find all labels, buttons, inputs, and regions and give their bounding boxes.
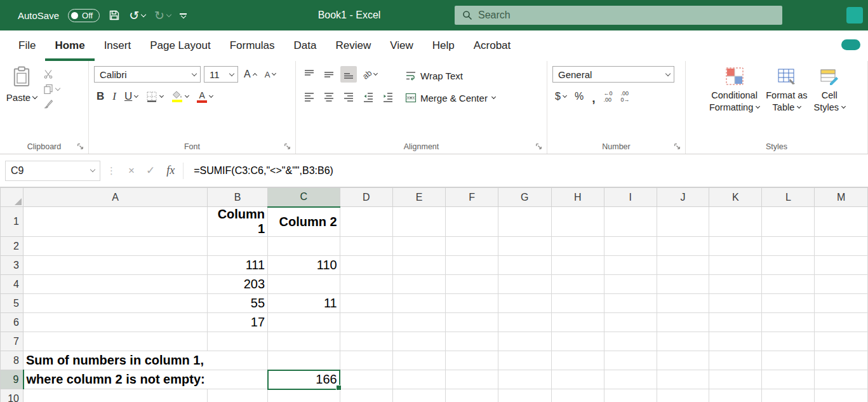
cell-B2[interactable] <box>208 237 268 256</box>
cell-F6[interactable] <box>446 313 498 332</box>
cell-E5[interactable] <box>392 294 445 313</box>
cell-C3[interactable]: 110 <box>268 256 340 275</box>
cell-E10[interactable] <box>392 389 445 402</box>
underline-button[interactable]: U <box>122 88 140 105</box>
cell-J5[interactable] <box>657 294 709 313</box>
font-size-combo[interactable]: 11 <box>204 66 238 83</box>
conditional-formatting-button[interactable]: Conditional Formatting <box>709 66 759 113</box>
cell-B8[interactable] <box>208 351 268 370</box>
italic-button[interactable]: I <box>110 88 119 105</box>
cell-A8[interactable]: Sum of numbers in column 1, <box>23 351 208 370</box>
tab-page-layout[interactable]: Page Layout <box>140 30 220 61</box>
tab-review[interactable]: Review <box>326 30 380 61</box>
format-painter-button[interactable] <box>43 99 60 109</box>
cell-M3[interactable] <box>815 256 868 275</box>
paste-button[interactable]: Paste <box>5 66 38 109</box>
tab-file[interactable]: File <box>9 30 45 61</box>
cell-G10[interactable] <box>498 389 551 402</box>
cell-H10[interactable] <box>551 389 604 402</box>
column-header-B[interactable]: B <box>208 188 268 207</box>
tab-home[interactable]: Home <box>45 30 94 61</box>
cell-H6[interactable] <box>551 313 604 332</box>
cell-E6[interactable] <box>392 313 445 332</box>
formula-input[interactable]: =SUMIF(C3:C6,"<>"&"",B3:B6) <box>186 161 868 181</box>
insert-function-button[interactable]: fx <box>161 164 180 177</box>
decrease-indent-button[interactable] <box>360 89 377 105</box>
cell-A9[interactable]: where column 2 is not empty: <box>23 370 208 389</box>
number-format-combo[interactable]: General <box>552 66 674 83</box>
cell-F5[interactable] <box>446 294 498 313</box>
row-header-1[interactable]: 1 <box>1 207 23 237</box>
cell-K4[interactable] <box>709 275 762 294</box>
row-header-8[interactable]: 8 <box>1 351 23 370</box>
cell-A2[interactable] <box>23 237 208 256</box>
cell-C4[interactable] <box>268 275 340 294</box>
cell-J8[interactable] <box>657 351 709 370</box>
cell-D7[interactable] <box>340 332 392 351</box>
font-dialog-launcher[interactable] <box>283 142 291 151</box>
cell-H9[interactable] <box>551 370 604 389</box>
clipboard-dialog-launcher[interactable] <box>76 142 84 151</box>
column-header-K[interactable]: K <box>709 188 762 207</box>
cell-D5[interactable] <box>340 294 392 313</box>
cell-G7[interactable] <box>498 332 551 351</box>
cell-D4[interactable] <box>340 275 392 294</box>
orientation-button[interactable]: ab <box>360 66 380 83</box>
cell-A6[interactable] <box>23 313 208 332</box>
cell-C7[interactable] <box>268 332 340 351</box>
column-header-E[interactable]: E <box>392 188 445 207</box>
autosave-toggle[interactable]: Off <box>68 9 100 22</box>
cell-C2[interactable] <box>268 237 340 256</box>
cell-M10[interactable] <box>815 389 868 402</box>
cell-D10[interactable] <box>340 389 392 402</box>
cell-J2[interactable] <box>657 237 709 256</box>
cell-I3[interactable] <box>604 256 657 275</box>
cell-E1[interactable] <box>392 207 445 237</box>
cell-M4[interactable] <box>815 275 868 294</box>
align-right-button[interactable] <box>340 89 357 105</box>
wrap-text-button[interactable]: Wrap Text <box>405 67 495 84</box>
column-header-D[interactable]: D <box>340 188 392 207</box>
align-center-button[interactable] <box>321 89 337 105</box>
user-presence-indicator[interactable] <box>841 39 860 50</box>
cell-C8[interactable] <box>268 351 340 370</box>
align-top-button[interactable] <box>301 66 317 83</box>
tab-formulas[interactable]: Formulas <box>220 30 284 61</box>
column-header-J[interactable]: J <box>657 188 709 207</box>
number-dialog-launcher[interactable] <box>673 142 681 151</box>
cell-E9[interactable] <box>392 370 445 389</box>
comma-style-button[interactable]: , <box>589 88 598 105</box>
cell-E4[interactable] <box>392 275 445 294</box>
cell-styles-button[interactable]: Cell Styles <box>814 66 846 113</box>
tab-insert[interactable]: Insert <box>95 30 141 61</box>
row-header-10[interactable]: 10 <box>1 389 23 402</box>
formula-bar-splitter[interactable]: ⋮ <box>100 165 123 177</box>
cell-L4[interactable] <box>762 275 815 294</box>
row-header-6[interactable]: 6 <box>1 313 23 332</box>
cell-D8[interactable] <box>340 351 392 370</box>
cancel-button[interactable]: × <box>123 164 140 177</box>
copy-button[interactable] <box>43 84 60 94</box>
name-box[interactable]: C9 <box>5 161 100 181</box>
percent-style-button[interactable]: % <box>572 88 586 105</box>
cell-J1[interactable] <box>657 207 709 237</box>
cell-E3[interactable] <box>392 256 445 275</box>
cell-J9[interactable] <box>657 370 709 389</box>
cell-G8[interactable] <box>498 351 551 370</box>
column-header-C[interactable]: C <box>268 188 340 207</box>
cell-L1[interactable] <box>762 207 815 237</box>
bold-button[interactable]: B <box>94 88 107 105</box>
grow-font-button[interactable]: A <box>241 66 259 83</box>
cell-B6[interactable]: 17 <box>208 313 268 332</box>
cell-C6[interactable] <box>268 313 340 332</box>
cell-H4[interactable] <box>551 275 604 294</box>
row-header-5[interactable]: 5 <box>1 294 23 313</box>
cell-I2[interactable] <box>604 237 657 256</box>
shrink-font-button[interactable]: A <box>262 66 279 83</box>
cell-B7[interactable] <box>208 332 268 351</box>
cell-H2[interactable] <box>551 237 604 256</box>
column-header-I[interactable]: I <box>604 188 657 207</box>
cell-C10[interactable] <box>268 389 340 402</box>
cell-F9[interactable] <box>446 370 498 389</box>
cell-K9[interactable] <box>709 370 762 389</box>
